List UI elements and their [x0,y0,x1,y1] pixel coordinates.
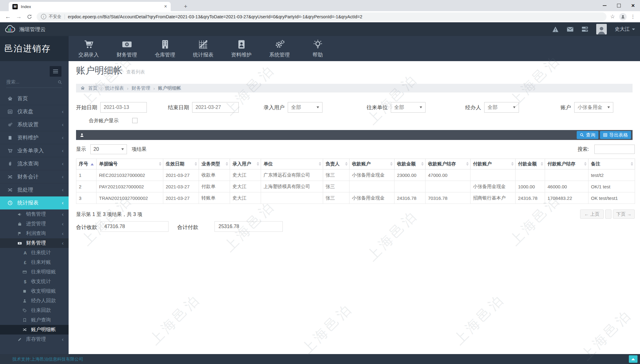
browser-menu-icon[interactable]: ⋮ [630,14,635,20]
clock-icon [7,200,14,205]
browser-tab[interactable]: M Index × [9,2,171,11]
window-maximize-button[interactable] [612,0,626,11]
table-search-label: 搜索: [578,146,589,153]
nav-item-finance[interactable]: 0 财务管理 [108,36,146,61]
browser-profile-avatar[interactable] [619,13,627,20]
sidebar-item-statistics-reports[interactable]: 统计报表 ‹ [0,196,69,209]
col-header-owner[interactable]: 负责人 [323,159,349,169]
col-header-effective-date[interactable]: 生效日期 [163,159,199,169]
col-header-biz-type[interactable]: 业务类型 [199,159,230,169]
bookmark-star-icon[interactable]: ☆ [610,13,615,20]
sidebar-item-data-maintenance[interactable]: 资料维护 ‹ [0,131,69,144]
export-table-button[interactable]: 导出表格 [600,131,631,139]
tasks-icon[interactable] [582,26,588,32]
table-row[interactable]: 2PAY20210327000002 2021-03-27付款单 史大江上海塑骄… [76,181,635,192]
entry-user-select[interactable]: 全部 [288,102,322,113]
total-payment-value[interactable]: 25316.78 [214,221,283,232]
user-menu[interactable]: 史大江 [615,26,635,33]
chevron-left-icon: ‹ [62,240,64,246]
nav-item-data-maintenance[interactable]: 资料维护 [222,36,260,61]
table-search-input[interactable] [594,145,635,154]
new-tab-button[interactable]: + [182,3,189,10]
next-page-button[interactable]: 下页 → [613,209,635,219]
sidebar-item-profit-query[interactable]: 利润查询 ‹ [0,229,69,238]
forward-icon[interactable]: → [16,13,22,20]
sidebar-search-input[interactable]: 搜索... [6,79,62,88]
window-close-button[interactable]: × [626,0,640,11]
sidebar-item-income-expense-statistics[interactable]: $ 收支统计 [0,277,69,286]
url-bar[interactable]: i 不安全 erpdoc.epoerp.cn/Biz/Stat/AccountD… [37,12,606,21]
nav-item-system[interactable]: 系统管理 [260,36,299,61]
col-header-doc-no[interactable]: 单据编号 [97,159,163,169]
sidebar-item-account-query[interactable]: 账户查询 [0,315,69,325]
url-text[interactable]: erpdoc.epoerp.cn/Biz/Stat/AccountDetail?… [68,14,363,19]
col-header-party[interactable]: 单位 [261,159,323,169]
breadcrumb-reports[interactable]: 统计报表 [105,85,124,91]
table-row[interactable]: 3TRAN20210327000002 2021-03-27转账单 史大江 张三… [76,192,635,204]
nav-item-trade-entry[interactable]: 交易录入 [70,36,108,61]
sidebar-item-purchase-management[interactable]: 进货管理 ‹ [0,219,69,229]
sidebar-item-income-expense-detail[interactable]: 收支明细账 [0,286,69,296]
sidebar-item-party-detail-ledger[interactable]: 往来明细账 [0,267,69,277]
tab-close-icon[interactable]: × [164,4,167,9]
money-icon: 0 [17,241,23,245]
col-header-receipt-balance[interactable]: 收款账户结存 [426,159,471,169]
total-receipt-value[interactable]: 47316.78 [100,221,169,232]
account-select[interactable]: 小张备用金 [574,102,613,113]
back-icon[interactable]: ← [5,13,11,20]
party-select[interactable]: 全部 [391,102,426,113]
breadcrumb-home[interactable]: 首页 [88,85,97,91]
sidebar-item-party-reconciliation[interactable]: £ 往来对账 [0,258,69,267]
window-minimize-button[interactable] [597,0,612,11]
sidebar-item-order-entry[interactable]: 业务单录入 ‹ [0,144,69,157]
end-date-input[interactable]: 2021-03-27 [192,102,239,113]
chevron-left-icon: ‹ [62,221,64,227]
back-to-top-button[interactable] [629,355,638,363]
alert-icon[interactable] [552,26,559,32]
page-number-button[interactable] [605,209,611,219]
nav-item-warehouse[interactable]: 仓库管理 [146,36,184,61]
bag-icon [17,222,23,226]
nav-item-help[interactable]: 帮助 [299,36,337,61]
sidebar-item-financial-accounting[interactable]: 财务会计 ‹ [0,170,69,183]
sidebar-item-agent-collection[interactable]: 经办人回款 [0,296,69,306]
envelope-icon[interactable] [567,27,574,32]
col-header-receipt-account[interactable]: 收款账户 [349,159,394,169]
sidebar-item-dashboard[interactable]: 仪表盘 ‹ [0,105,69,118]
sidebar-item-system-settings[interactable]: 系统设置 ‹ [0,118,69,131]
sidebar-item-account-detail-ledger[interactable]: 账户明细帐 [0,325,69,335]
sort-icon [195,162,197,166]
sidebar-item-party-statistics[interactable]: A 往来统计 [0,248,69,258]
col-header-payment-amount[interactable]: 付款金额 [516,159,545,169]
col-header-payment-account[interactable]: 付款账户 [471,159,516,169]
col-header-seq[interactable]: 序号 [76,159,97,169]
pound-icon: £ [22,260,28,265]
query-button[interactable]: 查询 [577,131,598,139]
sidebar-item-sales-management[interactable]: 销售管理 ‹ [0,209,69,219]
sidebar-item-party-collection[interactable]: 往来回款 [0,306,69,315]
action-bar: 查询 导出表格 [76,130,633,140]
col-header-receipt-amount[interactable]: 收款金额 [394,159,426,169]
sidebar-item-batch-processing[interactable]: 批处理 ‹ [0,183,69,196]
page-size-select[interactable]: 20 [90,144,127,154]
sidebar-item-finance-management[interactable]: 0 财务管理 ‹ [0,238,69,248]
search-icon [580,133,584,137]
col-header-remark[interactable]: 备注 [588,159,635,169]
shuffle-icon [7,187,14,192]
breadcrumb-finance[interactable]: 财务管理 [132,85,150,91]
sidebar-item-home[interactable]: 首页 [0,92,69,105]
agent-select[interactable]: 全部 [484,102,519,113]
table-row[interactable]: 1REC20210327000002 2021-03-27收款单 史大江广东博远… [76,169,635,181]
prev-page-button[interactable]: ← 上页 [580,209,604,219]
user-avatar[interactable] [596,24,607,34]
col-header-payment-balance[interactable]: 付款账户结存 [545,159,588,169]
sidebar-item-transaction-query[interactable]: 流水查询 ‹ [0,157,69,170]
col-header-entry-user[interactable]: 录入用户 [230,159,261,169]
start-date-input[interactable]: 2021-03-13 [100,102,147,113]
sidebar-toggle-button[interactable] [50,66,61,77]
sidebar-item-inventory-management[interactable]: 库存管理 ‹ [0,335,69,344]
nav-item-reports[interactable]: 统计报表 [184,36,222,61]
refresh-icon[interactable] [27,14,32,20]
info-icon[interactable]: i [41,14,46,19]
merge-accounts-checkbox[interactable] [132,118,137,123]
